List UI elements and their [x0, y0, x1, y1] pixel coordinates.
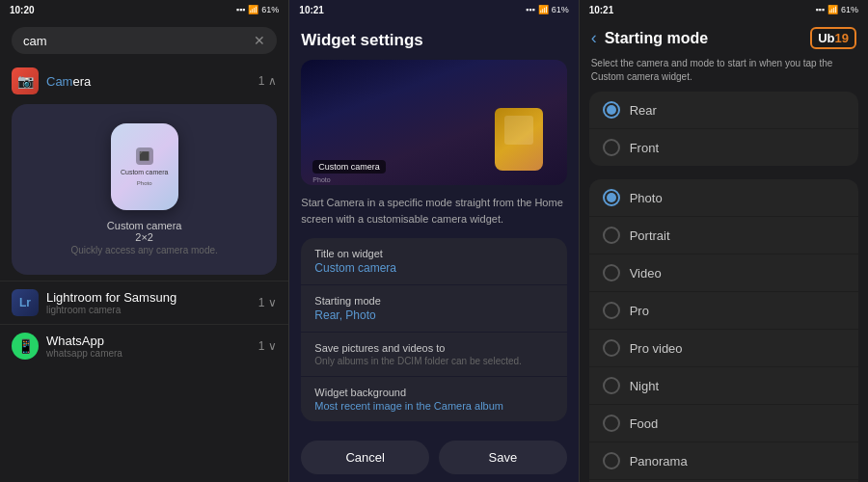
night-option-row[interactable]: Night [589, 367, 858, 405]
chevron-down-icon-wa: ∨ [268, 339, 277, 353]
portrait-radio[interactable] [603, 227, 620, 244]
photo-option-row[interactable]: Photo [589, 179, 858, 217]
save-button[interactable]: Save [439, 441, 567, 474]
brand-badge: Ub 19 [810, 27, 856, 49]
rear-option-row[interactable]: Rear [589, 92, 858, 129]
camera-app-name: Camera [46, 74, 91, 89]
status-bar-3: 10:21 ▪▪▪ 📶 61% [580, 0, 868, 19]
cancel-button[interactable]: Cancel [301, 441, 429, 474]
camera-preview: Custom camera Photo [301, 60, 566, 185]
whatsapp-count: 1 ∨ [258, 339, 278, 353]
preview-widget-sublabel: Photo [312, 176, 330, 183]
front-radio[interactable] [603, 139, 620, 156]
portrait-option-row[interactable]: Portrait [589, 217, 858, 254]
search-clear-button[interactable]: ✕ [254, 33, 265, 48]
camera-app-header-left: 📷 Camera [12, 67, 91, 94]
chevron-up-icon: ∧ [268, 74, 277, 88]
pro-radio[interactable] [603, 302, 620, 319]
wifi-icon-2: 📶 [538, 5, 549, 14]
food-option-row[interactable]: Food [589, 405, 858, 442]
pro-option-row[interactable]: Pro [589, 292, 858, 330]
widget-background-row[interactable]: Widget background Most recent image in t… [301, 377, 566, 421]
whatsapp-app-info: 📱 WhatsApp whatsapp camera [12, 333, 122, 360]
widget-info-name: Custom camera 2×2 [107, 220, 182, 243]
night-radio[interactable] [603, 377, 620, 394]
front-option-row[interactable]: Front [589, 129, 858, 166]
food-option-label: Food [630, 416, 659, 431]
camera-count: 1 ∧ [258, 74, 278, 88]
battery-1: 61% [261, 5, 279, 14]
pro-video-radio[interactable] [603, 339, 620, 357]
lightroom-name: Lightroom for Samsung [46, 290, 176, 305]
status-icons-3: ▪▪▪ 📶 61% [815, 5, 858, 14]
widget-card-sublabel: Photo [137, 180, 152, 186]
signal-icon-2: ▪▪▪ [526, 5, 535, 14]
back-button[interactable]: ‹ [591, 28, 597, 48]
save-pictures-row[interactable]: Save pictures and videos to Only albums … [301, 333, 566, 377]
photo-radio[interactable] [603, 189, 620, 206]
starting-mode-header: ‹ Starting mode Ub 19 [580, 19, 868, 53]
status-bar-2: 10:21 ▪▪▪ 📶 61% [289, 0, 578, 19]
wifi-icon-3: 📶 [827, 5, 838, 14]
starting-mode-label: Starting mode [314, 295, 553, 307]
panel-starting-mode: 10:21 ▪▪▪ 📶 61% ‹ Starting mode Ub 19 Se… [580, 0, 868, 482]
settings-card: Title on widget Custom camera Starting m… [301, 238, 566, 421]
battery-3: 61% [841, 5, 858, 14]
save-pictures-label: Save pictures and videos to [314, 342, 553, 354]
starting-mode-title: Starting mode [605, 30, 803, 47]
video-option-row[interactable]: Video [589, 254, 858, 292]
front-option-label: Front [630, 141, 659, 155]
brand-text-u: Ub [818, 31, 834, 45]
portrait-option-label: Portrait [630, 228, 670, 243]
lightroom-app-row[interactable]: Lr Lightroom for Samsung lightroom camer… [0, 281, 288, 324]
video-radio[interactable] [603, 264, 620, 281]
widget-description: Start Camera in a specific mode straight… [301, 195, 566, 227]
widget-settings-title: Widget settings [301, 31, 566, 50]
title-on-widget-label: Title on widget [314, 248, 553, 259]
wifi-icon: 📶 [248, 5, 258, 14]
panorama-radio[interactable] [603, 452, 620, 469]
camera-app-header[interactable]: 📷 Camera 1 ∧ [0, 62, 288, 100]
signal-icon-3: ▪▪▪ [815, 5, 825, 14]
camera-options-section: Rear Front [589, 92, 858, 166]
food-radio[interactable] [603, 415, 620, 432]
starting-mode-value: Rear, Photo [314, 308, 553, 322]
search-bar[interactable]: cam ✕ [12, 27, 277, 54]
status-icons-2: ▪▪▪ 📶 61% [526, 5, 569, 14]
preview-trophy [495, 108, 543, 171]
whatsapp-name: WhatsApp [46, 334, 122, 348]
widget-info-desc: Quickly access any camera mode. [71, 245, 218, 255]
rear-radio-inner [607, 105, 616, 115]
lightroom-text: Lightroom for Samsung lightroom camera [46, 290, 176, 315]
whatsapp-text: WhatsApp whatsapp camera [46, 334, 122, 359]
lightroom-app-info: Lr Lightroom for Samsung lightroom camer… [12, 289, 176, 316]
pro-video-option-row[interactable]: Pro video [589, 330, 858, 367]
brand-text-num: 19 [835, 31, 849, 45]
widget-background-value: Most recent image in the Camera album [314, 400, 553, 412]
camera-icon: 📷 [17, 73, 34, 89]
title-on-widget-value: Custom camera [314, 261, 553, 275]
time-2: 10:21 [299, 5, 324, 15]
photo-radio-inner [607, 193, 616, 202]
panorama-option-row[interactable]: Panorama [589, 442, 858, 480]
whatsapp-icon: 📱 [12, 333, 39, 360]
starting-mode-desc: Select the camera and mode to start in w… [580, 53, 868, 92]
camera-app-icon: 📷 [12, 67, 39, 94]
widget-card: ⬛ Custom camera Photo [111, 123, 178, 210]
signal-icon: ▪▪▪ [236, 5, 246, 14]
widget-card-label: Custom camera [121, 169, 168, 176]
save-pictures-note: Only albums in the DCIM folder can be se… [314, 356, 553, 366]
whatsapp-app-row[interactable]: 📱 WhatsApp whatsapp camera 1 ∨ [0, 324, 288, 367]
widget-card-camera-icon: ⬛ [136, 147, 153, 165]
status-icons-1: ▪▪▪ 📶 61% [236, 5, 280, 14]
starting-mode-row[interactable]: Starting mode Rear, Photo [301, 285, 566, 333]
lightroom-sub: lightroom camera [46, 305, 176, 315]
rear-option-label: Rear [630, 103, 657, 118]
widget-preview-area: ⬛ Custom camera Photo Custom camera 2×2 … [12, 104, 277, 275]
widget-actions: Cancel Save [301, 433, 566, 482]
rear-radio[interactable] [603, 101, 620, 119]
title-on-widget-row[interactable]: Title on widget Custom camera [301, 238, 566, 285]
widget-settings-content: Widget settings Custom camera Photo Star… [289, 19, 578, 482]
lightroom-count: 1 ∨ [258, 296, 278, 309]
battery-2: 61% [552, 5, 569, 14]
